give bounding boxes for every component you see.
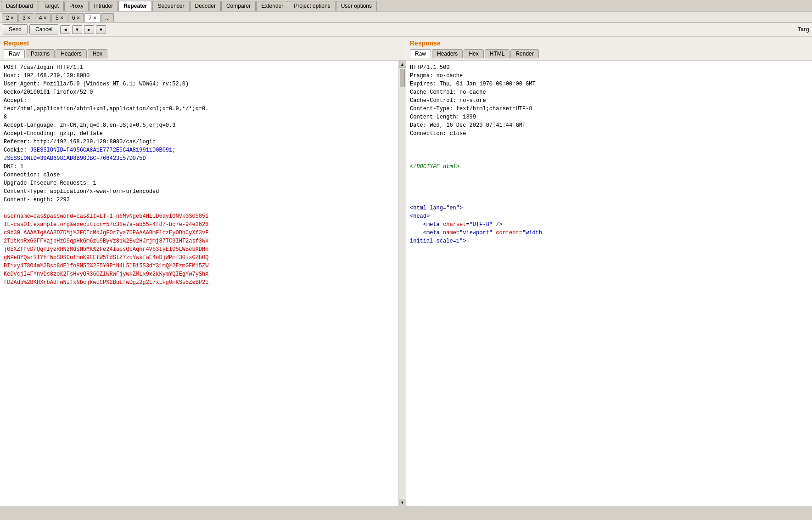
- request-content[interactable]: POST /cas/login HTTP/1.1 Host: 192.168.2…: [0, 61, 406, 506]
- cancel-button[interactable]: Cancel: [29, 24, 58, 34]
- response-tab-render[interactable]: Render: [510, 49, 538, 58]
- request-tab-headers[interactable]: Headers: [56, 49, 86, 58]
- tab-sequencer[interactable]: Sequencer: [152, 1, 189, 11]
- request-title: Request: [4, 40, 402, 47]
- request-panel: Request Raw Params Headers Hex POST /cas…: [0, 37, 406, 506]
- tab-repeater[interactable]: Repeater: [118, 1, 152, 11]
- scroll-up-button[interactable]: ▲: [399, 61, 406, 68]
- tab-target[interactable]: Target: [39, 1, 64, 11]
- nav-prev-dropdown[interactable]: ▼: [72, 25, 82, 34]
- request-tab-hex[interactable]: Hex: [88, 49, 107, 58]
- tab-user-options[interactable]: User options: [336, 1, 377, 11]
- repeater-tab-4[interactable]: 4 ×: [35, 13, 51, 22]
- tab-intruder[interactable]: Intruder: [89, 1, 118, 11]
- repeater-tab-more[interactable]: ...: [101, 13, 114, 22]
- repeater-tabs: 2 × 3 × 4 × 5 × 6 × 7 × ...: [0, 11, 812, 23]
- tab-decoder[interactable]: Decoder: [190, 1, 221, 11]
- send-button[interactable]: Send: [3, 24, 28, 34]
- main-panels: Request Raw Params Headers Hex POST /cas…: [0, 37, 812, 506]
- target-label: Targ: [798, 26, 809, 33]
- response-tab-raw[interactable]: Raw: [410, 49, 431, 58]
- nav-next-button[interactable]: ►: [84, 25, 94, 34]
- scroll-down-button[interactable]: ▼: [399, 499, 406, 506]
- repeater-tab-6[interactable]: 6 ×: [68, 13, 84, 22]
- tab-project-options[interactable]: Project options: [289, 1, 335, 11]
- tab-comparer[interactable]: Comparer: [221, 1, 256, 11]
- request-body: POST /cas/login HTTP/1.1 Host: 192.168.2…: [0, 61, 398, 289]
- tab-proxy[interactable]: Proxy: [64, 1, 89, 11]
- response-title: Response: [410, 40, 808, 47]
- nav-prev-button[interactable]: ◄: [60, 25, 70, 34]
- main-nav: Dashboard Target Proxy Intruder Repeater…: [0, 0, 812, 11]
- toolbar: Send Cancel ◄ ▼ ► ▼ Targ: [0, 23, 812, 37]
- request-tabs: Raw Params Headers Hex: [4, 49, 402, 58]
- scroll-thumb[interactable]: [400, 69, 405, 87]
- nav-next-dropdown[interactable]: ▼: [96, 25, 106, 34]
- response-header: Response Raw Headers Hex HTML Render: [406, 37, 812, 61]
- response-tab-html[interactable]: HTML: [485, 49, 510, 58]
- repeater-tab-5[interactable]: 5 ×: [51, 13, 67, 22]
- scroll-track[interactable]: [399, 68, 406, 499]
- tab-extender[interactable]: Extender: [256, 1, 288, 11]
- request-scrollbar[interactable]: ▲ ▼: [398, 61, 406, 506]
- request-tab-raw[interactable]: Raw: [4, 49, 25, 58]
- tab-dashboard[interactable]: Dashboard: [1, 1, 38, 11]
- response-tab-headers[interactable]: Headers: [432, 49, 463, 58]
- response-body: HTTP/1.1 500 Pragma: no-cache Expires: T…: [406, 61, 812, 248]
- request-tab-params[interactable]: Params: [26, 49, 55, 58]
- response-panel: Response Raw Headers Hex HTML Render HTT…: [406, 37, 812, 506]
- request-header: Request Raw Params Headers Hex: [0, 37, 406, 61]
- repeater-tab-3[interactable]: 3 ×: [18, 13, 34, 22]
- repeater-tab-2[interactable]: 2 ×: [2, 13, 18, 22]
- repeater-tab-7[interactable]: 7 ×: [84, 13, 101, 22]
- response-tab-hex[interactable]: Hex: [464, 49, 483, 58]
- response-content[interactable]: HTTP/1.1 500 Pragma: no-cache Expires: T…: [406, 61, 812, 506]
- response-tabs: Raw Headers Hex HTML Render: [410, 49, 808, 58]
